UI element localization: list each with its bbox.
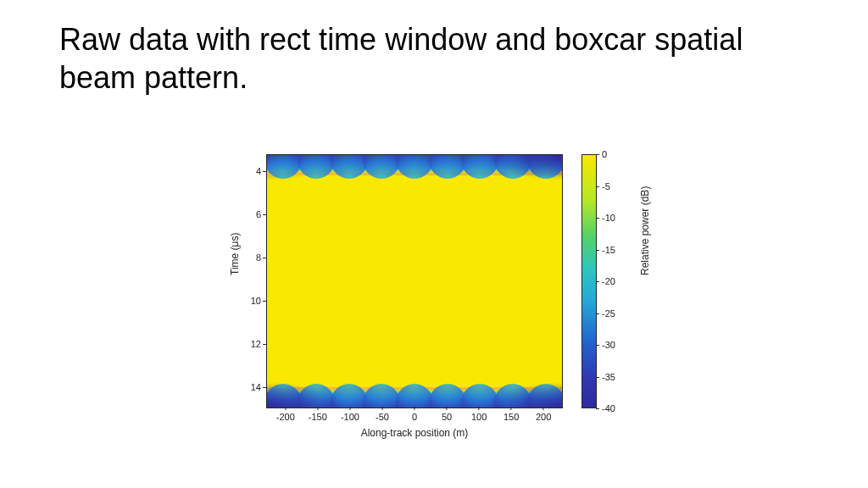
figure: 468101214 Time (μs) -200-150-100-5005010… — [215, 146, 656, 451]
slide: Raw data with rect time window and boxca… — [0, 0, 868, 488]
x-axis-label: Along-track position (m) — [266, 427, 563, 439]
colorbar — [581, 154, 597, 408]
x-tick: 50 — [442, 412, 452, 422]
x-tick: -200 — [276, 412, 295, 422]
y-tick: 14 — [215, 382, 261, 392]
y-tick: 6 — [215, 209, 261, 219]
top-sidelobes — [267, 155, 562, 174]
x-tick: 0 — [412, 412, 417, 422]
colorbar-label: Relative power (dB) — [639, 186, 651, 275]
x-tick: 150 — [504, 412, 519, 422]
y-tick: 10 — [215, 296, 261, 306]
heatmap-plot — [266, 154, 563, 408]
colorbar-tick: -20 — [602, 276, 615, 286]
colorbar-tick: 0 — [602, 149, 607, 159]
slide-title: Raw data with rect time window and boxca… — [59, 20, 805, 97]
corner-shade — [486, 382, 562, 408]
x-tick: 100 — [471, 412, 487, 422]
y-tick: 12 — [215, 339, 261, 349]
y-axis-label: Time (μs) — [229, 233, 241, 275]
x-tick: -100 — [341, 412, 359, 422]
corner-shade — [267, 382, 343, 408]
colorbar-tick: -35 — [602, 372, 615, 382]
x-tick: -50 — [376, 412, 389, 422]
colorbar-tick: -30 — [602, 340, 615, 350]
y-tick: 4 — [215, 166, 261, 176]
x-tick: -150 — [309, 412, 327, 422]
colorbar-tick: -25 — [602, 308, 615, 319]
colorbar-tick: -10 — [602, 213, 615, 223]
colorbar-tick: -40 — [602, 403, 615, 413]
x-tick: 200 — [536, 412, 551, 422]
colorbar-tick: -15 — [602, 245, 615, 255]
colorbar-tick: -5 — [602, 181, 610, 191]
